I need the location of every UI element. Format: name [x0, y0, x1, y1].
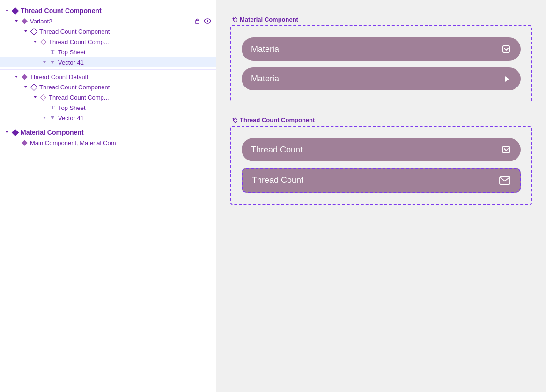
arrow-down-icon: [13, 73, 20, 80]
tree-item-thread-count-default[interactable]: Thread Count Default: [0, 72, 216, 82]
tree-item-thread-count-component-2[interactable]: Thread Count Component: [0, 82, 216, 92]
svg-marker-9: [24, 86, 27, 88]
svg-rect-2: [195, 21, 199, 23]
thread-count-dropdown-btn-2[interactable]: Thread Count: [242, 168, 521, 193]
material-component-label: Material Component: [230, 16, 298, 23]
tree-item-top-sheet-1[interactable]: T Top Sheet: [0, 47, 216, 57]
component-icon: [230, 16, 237, 23]
arrow-down-icon: [4, 129, 10, 136]
text-icon: T: [49, 48, 56, 56]
diamond-outline-small-icon: [39, 38, 47, 45]
arrow-down-icon: [32, 94, 38, 101]
svg-marker-5: [24, 30, 27, 32]
diamond-small-filled-icon: [21, 17, 28, 25]
tree-item-label: Thread Count Comp...: [49, 38, 216, 45]
svg-marker-7: [43, 61, 46, 63]
material-btn-1-label: Material: [251, 44, 281, 54]
svg-marker-0: [6, 10, 8, 12]
tree-item-label: Thread Count Component: [21, 7, 216, 15]
arrow-down-icon: [41, 115, 48, 121]
thread-count-component-title: Thread Count Component: [240, 116, 315, 123]
thread-count-dropdown-btn-1[interactable]: Thread Count: [242, 138, 521, 161]
arrow-down-icon: [13, 18, 20, 24]
svg-marker-11: [43, 117, 46, 119]
diamond-filled-icon: [11, 129, 19, 136]
tree-item-variant2[interactable]: Variant2: [0, 16, 216, 26]
material-component-border: Material Material: [230, 25, 532, 102]
svg-marker-12: [6, 131, 8, 133]
tree-item-label: Top Sheet: [58, 104, 216, 111]
tree-item-thread-count-component-1[interactable]: Thread Count Component: [0, 26, 216, 36]
svg-rect-15: [503, 46, 509, 52]
material-component-title: Material Component: [240, 16, 298, 23]
text-icon: T: [49, 104, 56, 111]
diamond-small-filled-icon: [21, 139, 28, 146]
arrow-down-icon: [4, 7, 10, 14]
material-component-card: Material Component Material Material: [230, 25, 532, 102]
tree-item-label: Variant2: [30, 18, 193, 25]
tree-item-main-component[interactable]: Main Component, Material Com: [0, 138, 216, 148]
right-panel: Material Component Material Material: [216, 0, 546, 392]
diamond-small-filled-icon: [21, 73, 28, 80]
thread-count-btn-1-label: Thread Count: [251, 145, 303, 155]
chevron-down-hollow-icon: [501, 44, 511, 54]
material-dropdown-btn-1[interactable]: Material: [242, 37, 521, 61]
tree-item-top-sheet-2[interactable]: T Top Sheet: [0, 102, 216, 113]
tree-item-vector-41-1[interactable]: Vector 41: [0, 57, 216, 67]
tree-item-actions: [193, 17, 211, 25]
tree-item-label: Vector 41: [58, 59, 216, 66]
thread-count-component-border: Thread Count Thread Count: [230, 126, 532, 205]
tree-item-thread-count-comp-1[interactable]: Thread Count Comp...: [0, 36, 216, 47]
thread-count-component-label: Thread Count Component: [230, 116, 315, 123]
arrow-down-icon: [22, 84, 29, 90]
thread-count-component-card: Thread Count Component Thread Count Thre…: [230, 126, 532, 205]
diamond-outline-icon: [30, 28, 37, 35]
diamond-outline-icon: [30, 83, 37, 91]
tree-item-label: Main Component, Material Com: [30, 139, 216, 146]
tree-item-label: Vector 41: [58, 115, 216, 122]
material-btn-2-label: Material: [251, 74, 281, 84]
svg-rect-19: [503, 146, 509, 153]
thread-count-btn-2-label: Thread Count: [252, 175, 303, 185]
svg-marker-8: [15, 76, 18, 78]
envelope-icon: [499, 176, 510, 185]
chevron-down-hollow-icon-2: [501, 145, 511, 155]
svg-marker-1: [15, 20, 18, 22]
left-panel: Thread Count Component Variant2 Thread C…: [0, 0, 216, 392]
diamond-outline-small-icon: [39, 94, 47, 101]
svg-marker-10: [34, 96, 37, 98]
arrow-down-icon: [22, 28, 29, 35]
svg-marker-6: [34, 41, 37, 43]
arrow-down-icon: [41, 59, 48, 65]
eye-icon[interactable]: [204, 17, 211, 25]
section-divider: [0, 69, 216, 70]
svg-point-4: [207, 20, 208, 22]
triangle-icon: [49, 58, 56, 66]
material-dropdown-btn-2[interactable]: Material: [242, 67, 521, 90]
tree-item-thread-count-comp-2[interactable]: Thread Count Comp...: [0, 92, 216, 102]
tree-item-label: Thread Count Component: [39, 84, 216, 91]
tree-item-vector-41-2[interactable]: Vector 41: [0, 113, 216, 123]
tree-item-material-component-root[interactable]: Material Component: [0, 127, 216, 138]
tree-item-label: Thread Count Comp...: [49, 94, 216, 101]
chevron-right-filled-icon: [502, 74, 511, 84]
tree-item-label: Thread Count Default: [30, 73, 216, 80]
tree-item-label: Material Component: [21, 129, 216, 136]
lock-icon[interactable]: [193, 17, 201, 25]
tree-item-label: Top Sheet: [58, 49, 216, 56]
tree-item-thread-count-component-root[interactable]: Thread Count Component: [0, 6, 216, 16]
component-icon-2: [230, 117, 237, 123]
tree-item-label: Thread Count Component: [39, 28, 216, 35]
diamond-filled-icon: [11, 7, 19, 15]
arrow-down-icon: [32, 38, 38, 45]
section-divider-2: [0, 125, 216, 125]
triangle-icon: [49, 114, 56, 122]
svg-marker-16: [505, 76, 509, 82]
